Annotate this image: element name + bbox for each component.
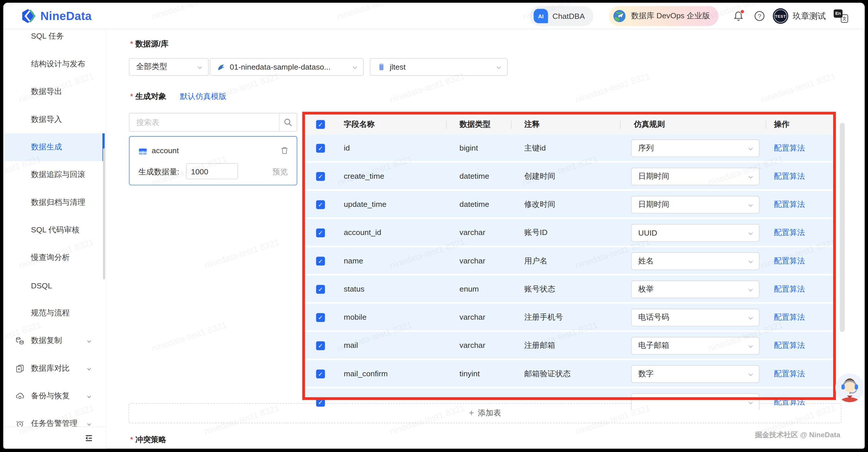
sidebar-item-data-export[interactable]: 数据导出 (3, 78, 106, 106)
sidebar-item-backup-restore[interactable]: 备份与恢复 (3, 382, 106, 410)
sidebar-item-data-archive-clean[interactable]: 数据归档与清理 (3, 188, 106, 216)
configure-algorithm-link[interactable]: 配置算法 (774, 312, 805, 322)
field-type: datetime (460, 200, 489, 209)
sidebar-item-data-replication[interactable]: 数据复制 (3, 327, 106, 355)
selected-table-card[interactable]: account 生成数据量: 预览 (129, 136, 297, 185)
row-checkbox[interactable]: ✓ (316, 144, 325, 153)
configure-algorithm-link[interactable]: 配置算法 (774, 172, 805, 181)
rule-select[interactable]: 日期时间 (631, 196, 760, 213)
rule-select[interactable]: 日期时间 (631, 168, 760, 185)
screenshot-stage: NineData AI ChatDBA 数据库 DevOps 企业版 (0, 0, 868, 452)
rule-select[interactable]: 电话号码 (631, 309, 760, 326)
notifications-bell-icon[interactable] (733, 10, 744, 22)
configure-algorithm-link[interactable]: 配置算法 (774, 284, 805, 294)
user-avatar[interactable]: TEST (773, 8, 788, 24)
page-watermark: ninedata-test1 8321 (574, 71, 651, 105)
sidebar-item-sql-code-review[interactable]: SQL 代码审核 (3, 216, 106, 244)
configure-algorithm-link[interactable]: 配置算法 (774, 341, 805, 351)
collapse-sidebar-icon[interactable] (84, 433, 93, 443)
rule-select-value: 电话号码 (638, 312, 669, 322)
fields-table-scrollbar[interactable] (840, 123, 845, 332)
sidebar-item-slow-query-analysis[interactable]: 慢查询分析 (3, 244, 106, 272)
row-checkbox[interactable]: ✓ (316, 341, 325, 351)
rule-select[interactable] (631, 393, 760, 410)
ninedata-logo[interactable]: NineData (20, 8, 92, 24)
row-checkbox[interactable]: ✓ (316, 200, 325, 209)
chevron-down-icon (747, 146, 754, 152)
row-checkbox[interactable]: ✓ (316, 370, 325, 379)
configure-algorithm-link[interactable]: 配置算法 (774, 200, 805, 209)
fields-table: ✓ 字段名称 数据类型 注释 仿真规则 操作 ✓idbigint主键id序列配置… (305, 115, 833, 410)
configure-algorithm-link[interactable]: 配置算法 (774, 228, 805, 238)
rule-select-value: UUID (638, 229, 657, 238)
sidebar-scrollbar[interactable] (103, 148, 105, 279)
required-mark: * (130, 92, 133, 101)
col-sim-rule: 仿真规则 (634, 120, 665, 129)
field-type: bigint (460, 143, 478, 152)
sidebar-item-sql-tasks[interactable]: SQL 任务 (3, 29, 106, 50)
chatdba-button[interactable]: AI ChatDBA (530, 6, 594, 26)
row-checkbox[interactable]: ✓ (316, 398, 325, 407)
fields-table-header: ✓ 字段名称 数据类型 注释 仿真规则 操作 (305, 115, 833, 134)
sidebar-item-label: SQL 任务 (31, 32, 64, 41)
rule-select[interactable]: 姓名 (631, 252, 760, 270)
fields-table-rows: ✓idbigint主键id序列配置算法✓create_timedatetime创… (305, 134, 833, 410)
row-checkbox[interactable]: ✓ (316, 313, 325, 322)
table-search-input[interactable] (130, 114, 297, 131)
default-template-link[interactable]: 默认仿真模版 (180, 92, 226, 102)
delete-table-icon[interactable] (280, 146, 289, 155)
chevron-down-icon (496, 64, 502, 71)
row-checkbox[interactable]: ✓ (316, 229, 325, 238)
search-icon[interactable] (283, 118, 293, 127)
top-header: NineData AI ChatDBA 数据库 DevOps 企业版 (3, 3, 865, 30)
chevron-down-icon (87, 366, 92, 372)
table-row: ✓mobilevarchar注册手机号电话号码配置算法 (305, 304, 833, 332)
table-row: ✓idbigint主键id序列配置算法 (305, 134, 833, 162)
sidebar-item-schema-design-publish[interactable]: 结构设计与发布 (3, 51, 106, 78)
rule-select[interactable]: 数字 (631, 365, 760, 383)
required-mark: * (130, 39, 133, 48)
type-select[interactable]: 全部类型 (129, 58, 209, 76)
sidebar-item-label: SQL 代码审核 (31, 225, 80, 235)
rule-select[interactable]: 枚举 (631, 280, 760, 298)
customer-service-button[interactable] (835, 373, 865, 403)
select-all-checkbox[interactable]: ✓ (316, 120, 325, 129)
chevron-down-icon (196, 64, 203, 71)
rule-select[interactable]: UUID (631, 224, 760, 242)
page-watermark: ninedata-test1 8321 (759, 71, 837, 105)
sidebar-item-database-compare[interactable]: 数据库对比 (3, 355, 106, 382)
replication-icon (16, 336, 24, 345)
database-select-value: jltest (390, 62, 406, 71)
configure-algorithm-link[interactable]: 配置算法 (774, 397, 805, 407)
row-checkbox[interactable]: ✓ (316, 285, 325, 294)
user-name[interactable]: 玖章测试 (793, 11, 826, 22)
rule-select[interactable]: 电子邮箱 (631, 337, 760, 355)
database-select[interactable]: jltest (370, 58, 508, 76)
field-name: id (344, 143, 350, 152)
rule-select[interactable]: 序列 (631, 140, 760, 157)
preview-link[interactable]: 预览 (272, 167, 288, 177)
field-type: varchar (460, 312, 485, 322)
col-field-name: 字段名称 (344, 120, 375, 129)
edition-switcher-button[interactable]: 数据库 DevOps 企业版 (609, 6, 719, 26)
language-switch-icon[interactable]: 文 En (834, 9, 848, 23)
sidebar-footer (3, 426, 105, 449)
quantity-input[interactable] (186, 163, 238, 179)
table-row: ✓update_timedatetime修改时间日期时间配置算法 (305, 191, 833, 219)
sidebar-item-dsql[interactable]: DSQL (3, 272, 106, 299)
sidebar-item-data-tracking-rollback[interactable]: 数据追踪与回滚 (3, 161, 106, 188)
datasource-select[interactable]: 01-ninedata-sample-dataso... (210, 58, 364, 76)
sidebar-item-spec-and-process[interactable]: 规范与流程 (3, 299, 106, 327)
sidebar-item-data-generation[interactable]: 数据生成 (3, 133, 106, 161)
sidebar-item-label: 慢查询分析 (31, 253, 70, 263)
help-icon[interactable]: ? (754, 10, 765, 22)
configure-algorithm-link[interactable]: 配置算法 (774, 256, 805, 266)
row-checkbox[interactable]: ✓ (316, 172, 325, 181)
configure-algorithm-link[interactable]: 配置算法 (774, 369, 805, 379)
configure-algorithm-link[interactable]: 配置算法 (774, 143, 805, 153)
page-watermark: ninedata-test1 8321 (389, 71, 466, 105)
compare-icon (16, 364, 24, 373)
sidebar-item-data-import[interactable]: 数据导入 (3, 106, 106, 133)
field-type: enum (460, 284, 479, 293)
row-checkbox[interactable]: ✓ (316, 257, 325, 266)
